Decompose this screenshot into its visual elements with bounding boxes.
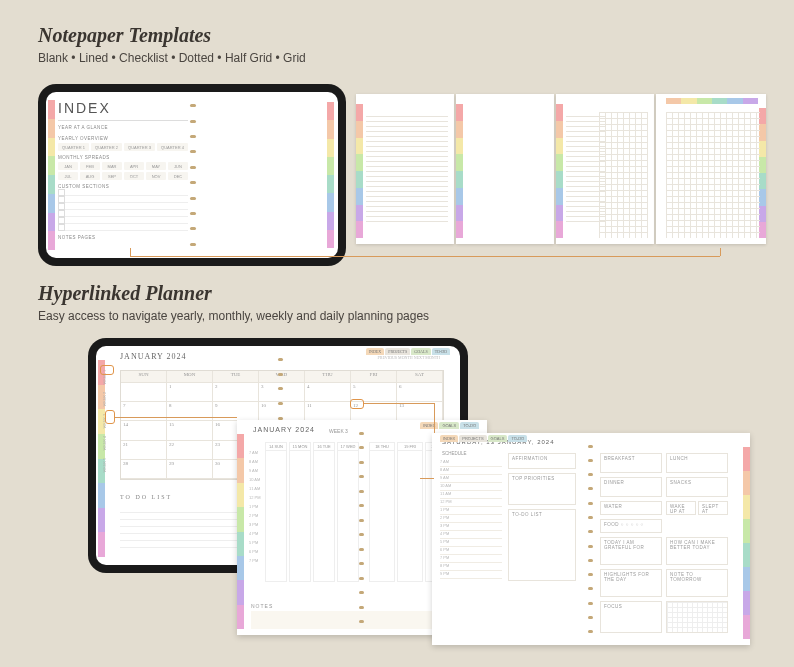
daily-better: HOW CAN I MAKE BETTER TODAY bbox=[666, 537, 728, 565]
weekly-notes-label: NOTES bbox=[251, 603, 273, 609]
index-heading: INDEX bbox=[58, 96, 188, 121]
weekly-subtitle: WEEK 3 bbox=[329, 428, 348, 434]
daily-page: INDEX PROJECTS GOALS TO-DO SATURDAY, 13 … bbox=[432, 433, 750, 645]
dtab-goals[interactable]: GOALS bbox=[488, 435, 508, 442]
daily-snacks: SNACKS bbox=[666, 477, 728, 497]
tablet-notepaper: INDEX YEAR AT A GLANCE YEARLY OVERVIEW Q… bbox=[38, 84, 346, 266]
planner-subtitle: Easy access to navigate yearly, monthly,… bbox=[38, 309, 429, 323]
daily-schedule-label: SCHEDULE bbox=[442, 451, 467, 456]
q1: QUARTER 1 bbox=[58, 143, 89, 151]
todo-heading: TO DO LIST bbox=[120, 494, 172, 500]
month-nav[interactable]: PREVIOUS MONTH NEXT MONTH bbox=[378, 355, 440, 360]
dtab-index[interactable]: INDEX bbox=[440, 435, 458, 442]
wtab-goals[interactable]: GOALS bbox=[439, 422, 459, 429]
daily-wake: WAKE UP AT bbox=[666, 501, 696, 515]
index-monthly: MONTHLY SPREADS bbox=[58, 155, 188, 160]
highlight-day-13 bbox=[350, 399, 364, 409]
thumb-halfgrid bbox=[556, 94, 654, 244]
dtab-projects[interactable]: PROJECTS bbox=[459, 435, 486, 442]
daily-dinner: DINNER bbox=[600, 477, 662, 497]
daily-todo: TO-DO LIST bbox=[508, 509, 576, 581]
dtab-todo[interactable]: TO-DO bbox=[508, 435, 527, 442]
daily-food: FOOD ○ ○ ○ ○ ○ bbox=[600, 519, 662, 533]
highlight-week-tab bbox=[105, 410, 115, 424]
notepaper-title: Notepaper Templates bbox=[38, 24, 306, 47]
daily-tomorrow: NOTE TO TOMORROW bbox=[666, 569, 728, 597]
index-overview: YEARLY OVERVIEW bbox=[58, 136, 188, 141]
thumb-grid bbox=[656, 94, 766, 244]
daily-water: WATER bbox=[600, 501, 662, 515]
daily-sleep: SLEPT AT bbox=[698, 501, 728, 515]
daily-priorities: TOP PRIORITIES bbox=[508, 473, 576, 505]
q2: QUARTER 2 bbox=[91, 143, 122, 151]
tab-projects[interactable]: PROJECTS bbox=[385, 348, 410, 355]
wtab-todo[interactable]: TO-DO bbox=[460, 422, 479, 429]
daily-breakfast: BREAKFAST bbox=[600, 453, 662, 473]
index-page: INDEX YEAR AT A GLANCE YEARLY OVERVIEW Q… bbox=[58, 96, 188, 254]
index-year: YEAR AT A GLANCE bbox=[58, 125, 188, 130]
index-notes: NOTES PAGES bbox=[58, 235, 188, 240]
planner-title: Hyperlinked Planner bbox=[38, 282, 429, 305]
highlight-month-tab bbox=[100, 365, 114, 375]
daily-affirmation: AFFIRMATION bbox=[508, 453, 576, 469]
daily-lunch: LUNCH bbox=[666, 453, 728, 473]
tab-index[interactable]: INDEX bbox=[366, 348, 384, 355]
daily-grid bbox=[666, 601, 728, 633]
daily-focus: FOCUS bbox=[600, 601, 662, 633]
tab-goals[interactable]: GOALS bbox=[411, 348, 430, 355]
daily-highlight: HIGHLIGHTS FOR THE DAY bbox=[600, 569, 662, 597]
tab-todo[interactable]: TO-DO bbox=[432, 348, 450, 355]
notepaper-subtitle: Blank • Lined • Checklist • Dotted • Hal… bbox=[38, 51, 306, 65]
thumb-lined bbox=[356, 94, 454, 244]
daily-grateful: TODAY I AM GRATEFUL FOR bbox=[600, 537, 662, 565]
thumb-dotted bbox=[456, 94, 554, 244]
q3: QUARTER 3 bbox=[124, 143, 155, 151]
wtab-index[interactable]: INDEX bbox=[420, 422, 438, 429]
q4: QUARTER 4 bbox=[157, 143, 188, 151]
